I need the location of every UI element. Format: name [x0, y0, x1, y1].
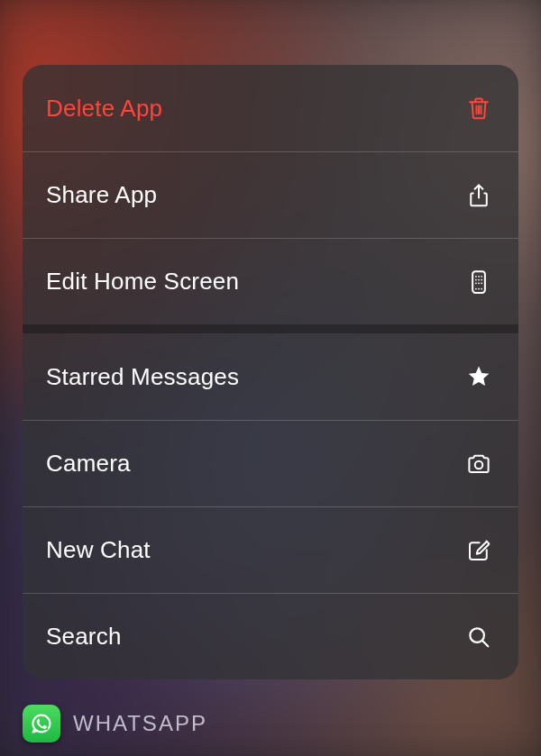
- app-label-row[interactable]: WHATSAPP: [23, 705, 207, 742]
- menu-item-label: Delete App: [46, 95, 162, 123]
- menu-item-search[interactable]: Search: [23, 593, 518, 679]
- apps-grid-icon: [463, 266, 495, 298]
- svg-point-5: [478, 278, 480, 280]
- svg-point-4: [475, 278, 477, 280]
- menu-item-share-app[interactable]: Share App: [23, 151, 518, 238]
- menu-item-delete-app[interactable]: Delete App: [23, 65, 518, 151]
- menu-group-system: Delete App Share App: [23, 65, 518, 324]
- menu-item-label: Edit Home Screen: [46, 268, 239, 296]
- menu-item-edit-home-screen[interactable]: Edit Home Screen: [23, 238, 518, 324]
- context-menu: Delete App Share App: [23, 65, 518, 679]
- svg-point-3: [481, 275, 482, 277]
- menu-item-new-chat[interactable]: New Chat: [23, 506, 518, 593]
- svg-point-9: [481, 282, 482, 284]
- svg-point-1: [475, 275, 477, 277]
- svg-point-12: [481, 287, 482, 289]
- menu-item-label: Search: [46, 623, 122, 651]
- svg-point-10: [475, 287, 477, 289]
- svg-point-7: [475, 282, 477, 284]
- app-name-label: WHATSAPP: [73, 711, 207, 736]
- menu-item-label: Camera: [46, 450, 131, 478]
- compose-icon: [463, 534, 495, 567]
- whatsapp-icon: [23, 705, 60, 742]
- trash-icon: [463, 92, 495, 124]
- menu-item-camera[interactable]: Camera: [23, 420, 518, 506]
- svg-point-2: [478, 275, 480, 277]
- svg-point-11: [478, 287, 480, 289]
- star-icon: [463, 360, 495, 393]
- search-icon: [463, 621, 495, 653]
- camera-icon: [463, 448, 495, 480]
- menu-group-app-actions: Starred Messages Camera New Chat: [23, 324, 518, 679]
- svg-point-6: [481, 278, 482, 280]
- menu-item-label: Starred Messages: [46, 363, 239, 391]
- menu-item-label: New Chat: [46, 536, 151, 564]
- svg-point-13: [475, 460, 483, 469]
- menu-item-starred-messages[interactable]: Starred Messages: [23, 333, 518, 420]
- menu-item-label: Share App: [46, 181, 157, 209]
- share-icon: [463, 179, 495, 212]
- svg-point-8: [478, 282, 480, 284]
